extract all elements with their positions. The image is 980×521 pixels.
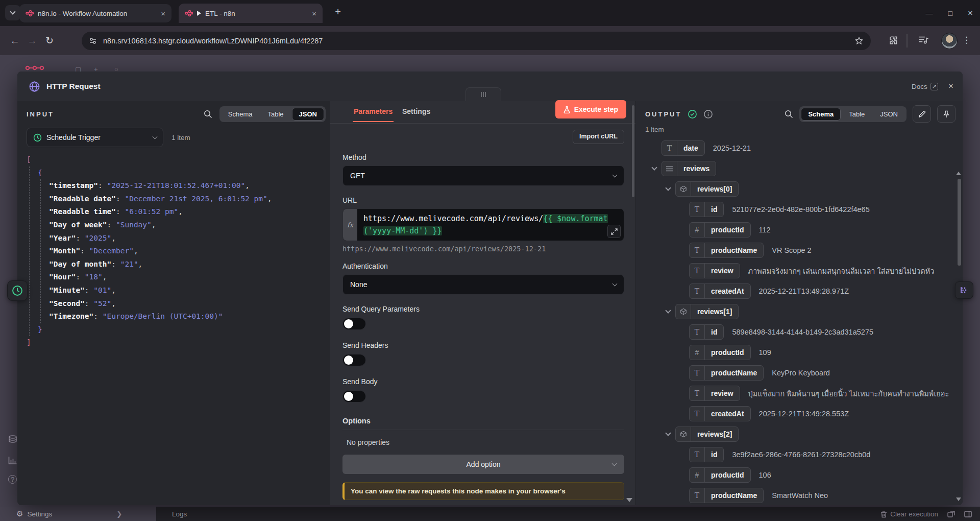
pin-output-button[interactable] bbox=[937, 105, 955, 123]
scroll-down-icon[interactable] bbox=[626, 498, 632, 502]
expand-expression-icon[interactable] bbox=[607, 225, 621, 238]
reload-button[interactable]: ↻ bbox=[41, 35, 58, 46]
add-option-button[interactable]: Add option bbox=[342, 455, 624, 474]
send-body-toggle[interactable] bbox=[342, 390, 366, 402]
schema-key-badge[interactable]: reviews[1] bbox=[675, 304, 739, 319]
site-info-icon[interactable] bbox=[89, 37, 97, 45]
schema-value: SmartWatch Neo bbox=[772, 491, 828, 500]
address-bar[interactable]: n8n.srv1068143.hstgr.cloud/workflow/LzDW… bbox=[82, 32, 871, 50]
method-select[interactable]: GET bbox=[342, 165, 624, 186]
profile-avatar[interactable] bbox=[941, 33, 958, 49]
logs-bar[interactable]: Logs Clear execution bbox=[156, 507, 980, 521]
tab-close-icon[interactable]: × bbox=[311, 9, 317, 18]
schema-key-badge[interactable]: Tid bbox=[689, 447, 724, 462]
tab-close-icon[interactable]: × bbox=[160, 9, 166, 18]
schema-key-badge[interactable]: TproductName bbox=[689, 488, 764, 503]
window-minimize-button[interactable]: — bbox=[926, 9, 933, 17]
tab-search-button[interactable] bbox=[5, 5, 20, 20]
tab-settings[interactable]: Settings bbox=[402, 107, 430, 115]
panel-toggle-icon[interactable] bbox=[964, 511, 972, 517]
edit-output-button[interactable] bbox=[913, 105, 931, 123]
docs-link[interactable]: Docs ↗ bbox=[912, 83, 938, 90]
window-close-button[interactable]: × bbox=[968, 8, 973, 18]
output-view-tab-json[interactable]: JSON bbox=[873, 108, 905, 121]
schema-key-badge[interactable]: TcreatedAt bbox=[689, 283, 751, 299]
sidebar-settings[interactable]: ⚙ Settings ❯ bbox=[0, 507, 156, 521]
new-tab-button[interactable]: + bbox=[331, 6, 345, 18]
url-expression-field[interactable]: fx https://www.melivecode.com/api/review… bbox=[342, 208, 624, 241]
schema-key-badge[interactable]: Tid bbox=[689, 324, 724, 340]
input-source-select[interactable]: Schedule Trigger bbox=[27, 128, 163, 147]
output-search-icon[interactable] bbox=[785, 110, 793, 119]
schema-key-badge[interactable]: Tdate bbox=[662, 140, 705, 156]
send-query-parameters-toggle[interactable] bbox=[342, 318, 366, 330]
schema-key-badge[interactable]: #productId bbox=[689, 345, 751, 360]
collapse-chevron-icon[interactable] bbox=[661, 433, 675, 435]
logs-label[interactable]: Logs bbox=[172, 510, 187, 518]
browser-tab-etl[interactable]: ETL - n8n × bbox=[179, 4, 323, 23]
browser-tab-n8n-io[interactable]: n8n.io - Workflow Automation × bbox=[19, 4, 172, 22]
sidebar-insights-icon[interactable] bbox=[8, 456, 17, 464]
pop-out-icon[interactable] bbox=[947, 511, 955, 518]
input-search-icon[interactable] bbox=[204, 110, 212, 119]
pin-icon bbox=[943, 110, 950, 118]
browser-menu-icon[interactable]: ⋮ bbox=[962, 35, 971, 45]
schedule-trigger-node-button[interactable] bbox=[7, 280, 28, 301]
tab-parameters[interactable]: Parameters bbox=[354, 107, 393, 115]
toolbar-divider bbox=[906, 34, 908, 48]
schema-key-badge[interactable]: #productId bbox=[689, 467, 751, 483]
output-schema-toggle-button[interactable] bbox=[955, 281, 973, 299]
schema-key-badge[interactable]: Treview bbox=[689, 386, 740, 401]
input-source-label: Schedule Trigger bbox=[46, 133, 149, 141]
schema-key-badge[interactable]: reviews[0] bbox=[675, 181, 739, 197]
bookmark-star-icon[interactable] bbox=[854, 36, 864, 45]
url-expression-text[interactable]: https://www.melivecode.com/api/reviews/{… bbox=[357, 209, 614, 241]
clear-execution-button[interactable]: Clear execution bbox=[880, 510, 938, 518]
panel-drag-handle[interactable] bbox=[465, 87, 501, 101]
schema-key-badge[interactable]: reviews bbox=[662, 161, 716, 176]
schema-key-badge[interactable]: TproductName bbox=[689, 243, 764, 258]
authentication-select[interactable]: None bbox=[342, 274, 624, 295]
url-text[interactable]: n8n.srv1068143.hstgr.cloud/workflow/LzDW… bbox=[103, 37, 848, 45]
parameters-scrollbar[interactable] bbox=[632, 105, 634, 197]
execute-step-button[interactable]: Execute step bbox=[555, 100, 626, 119]
sidebar-collapse-icon[interactable]: ❯ bbox=[116, 510, 122, 518]
text-icon: T bbox=[690, 386, 705, 400]
back-button[interactable]: ← bbox=[6, 35, 23, 46]
sidebar-templates-icon[interactable] bbox=[8, 435, 17, 443]
schema-key-badge[interactable]: TcreatedAt bbox=[689, 406, 751, 421]
sidebar-help-icon[interactable]: ? bbox=[8, 475, 17, 484]
schema-key-badge[interactable]: Treview bbox=[689, 263, 740, 278]
schema-key-badge[interactable]: reviews[2] bbox=[675, 427, 739, 442]
forward-button[interactable]: → bbox=[23, 35, 41, 46]
modal-close-icon[interactable]: × bbox=[948, 81, 953, 91]
collapse-chevron-icon[interactable] bbox=[661, 311, 675, 313]
window-maximize-button[interactable]: □ bbox=[948, 9, 952, 17]
schema-key-label: productName bbox=[705, 246, 763, 254]
input-view-tab-schema[interactable]: Schema bbox=[221, 108, 260, 121]
schema-key-label: productName bbox=[705, 491, 763, 500]
schema-key-label: id bbox=[705, 328, 723, 336]
schema-tree-icon bbox=[960, 286, 969, 295]
success-check-icon bbox=[688, 109, 697, 119]
schema-key-badge[interactable]: #productId bbox=[689, 222, 751, 238]
input-view-tab-json[interactable]: JSON bbox=[292, 108, 324, 121]
schema-key-badge[interactable]: TproductName bbox=[689, 365, 764, 381]
output-view-tab-table[interactable]: Table bbox=[842, 108, 872, 121]
schema-key-badge[interactable]: Tid bbox=[689, 202, 724, 217]
scroll-up-icon[interactable] bbox=[956, 172, 961, 175]
schema-value: 112 bbox=[759, 226, 771, 234]
method-label: Method bbox=[342, 153, 624, 161]
collapse-chevron-icon[interactable] bbox=[661, 188, 675, 190]
import-curl-button[interactable]: Import cURL bbox=[573, 130, 624, 144]
input-view-tab-table[interactable]: Table bbox=[261, 108, 291, 121]
collapse-chevron-icon[interactable] bbox=[647, 168, 662, 170]
media-controls-icon[interactable] bbox=[919, 35, 929, 44]
output-view-tab-schema[interactable]: Schema bbox=[801, 108, 841, 121]
extensions-icon[interactable] bbox=[888, 35, 898, 45]
scroll-down-icon[interactable] bbox=[956, 498, 961, 501]
toggle-knob bbox=[344, 319, 353, 328]
send-headers-toggle[interactable] bbox=[342, 354, 366, 366]
json-line: "Hour": "18", bbox=[49, 271, 327, 284]
output-scrollbar[interactable] bbox=[958, 179, 961, 266]
